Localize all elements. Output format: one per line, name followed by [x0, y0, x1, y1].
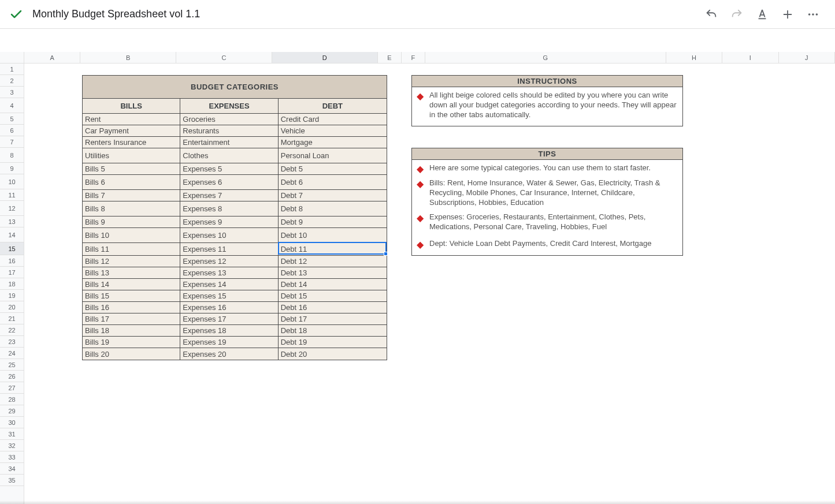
row-header-30[interactable]: 30 — [0, 417, 24, 428]
undo-button[interactable] — [700, 3, 723, 26]
row-header-29[interactable]: 29 — [0, 405, 24, 417]
budget-cell[interactable]: Expenses 15 — [180, 290, 278, 302]
budget-cell[interactable]: Bills 7 — [83, 190, 180, 201]
row-header-17[interactable]: 17 — [0, 267, 24, 278]
budget-cell[interactable]: Debt 18 — [279, 325, 387, 337]
row-header-3[interactable]: 3 — [0, 87, 24, 98]
budget-cell[interactable]: Expenses 13 — [180, 267, 278, 279]
column-header-D[interactable]: D — [272, 52, 378, 63]
row-header-19[interactable]: 19 — [0, 290, 24, 301]
budget-cell[interactable]: Expenses 8 — [180, 201, 278, 216]
row-header-12[interactable]: 12 — [0, 201, 24, 216]
budget-cell[interactable]: Debt 10 — [279, 228, 387, 243]
add-button[interactable] — [776, 3, 799, 26]
budget-cell[interactable]: Bills 19 — [83, 337, 180, 348]
row-header-1[interactable]: 1 — [0, 64, 24, 75]
grid-body[interactable]: BUDGET CATEGORIESBILLSEXPENSESDEBTRentGr… — [24, 64, 835, 504]
budget-cell[interactable]: Bills 14 — [83, 279, 180, 290]
budget-cell[interactable]: Debt 9 — [279, 216, 387, 228]
row-header-23[interactable]: 23 — [0, 336, 24, 348]
budget-cell[interactable]: Clothes — [180, 148, 278, 163]
text-format-button[interactable] — [751, 3, 774, 26]
budget-cell[interactable]: Renters Insurance — [83, 137, 180, 148]
budget-cell[interactable]: Bills 17 — [83, 313, 180, 325]
budget-cell[interactable]: Debt 19 — [279, 337, 387, 348]
budget-cell[interactable]: Expenses 10 — [180, 228, 278, 243]
row-header-24[interactable]: 24 — [0, 348, 24, 359]
budget-cell[interactable]: Expenses 6 — [180, 175, 278, 190]
budget-cell[interactable]: Bills 18 — [83, 325, 180, 337]
row-header-6[interactable]: 6 — [0, 125, 24, 136]
budget-cell[interactable]: Expenses 17 — [180, 313, 278, 325]
budget-cell[interactable]: Debt 16 — [279, 302, 387, 313]
budget-cell[interactable]: Expenses 16 — [180, 302, 278, 313]
budget-cell[interactable]: Bills 6 — [83, 175, 180, 190]
row-header-27[interactable]: 27 — [0, 382, 24, 394]
budget-cell[interactable]: Utilities — [83, 148, 180, 163]
budget-cell[interactable]: Debt 12 — [279, 256, 387, 267]
row-header-5[interactable]: 5 — [0, 113, 24, 125]
row-header-28[interactable]: 28 — [0, 394, 24, 405]
row-header-13[interactable]: 13 — [0, 216, 24, 227]
budget-cell[interactable]: Expenses 14 — [180, 279, 278, 290]
budget-cell[interactable]: Bills 12 — [83, 256, 180, 267]
row-header-14[interactable]: 14 — [0, 227, 24, 242]
row-header-9[interactable]: 9 — [0, 163, 24, 174]
row-header-31[interactable]: 31 — [0, 428, 24, 440]
budget-cell[interactable]: Debt 5 — [279, 163, 387, 175]
budget-cell[interactable]: Entertainment — [180, 137, 278, 148]
budget-cell[interactable]: Debt 6 — [279, 175, 387, 190]
budget-cell[interactable]: Debt 17 — [279, 313, 387, 325]
column-header-G[interactable]: G — [425, 52, 666, 63]
budget-cell[interactable]: Groceries — [180, 114, 278, 125]
row-header-7[interactable]: 7 — [0, 136, 24, 148]
column-header-C[interactable]: C — [176, 52, 272, 63]
row-header-35[interactable]: 35 — [0, 475, 24, 486]
column-header-J[interactable]: J — [779, 52, 835, 63]
row-header-32[interactable]: 32 — [0, 440, 24, 451]
row-header-21[interactable]: 21 — [0, 313, 24, 324]
budget-cell[interactable]: Debt 11 — [279, 243, 387, 256]
budget-cell[interactable]: Debt 13 — [279, 267, 387, 279]
column-header-I[interactable]: I — [722, 52, 778, 63]
budget-cell[interactable]: Expenses 11 — [180, 243, 278, 256]
budget-cell[interactable]: Mortgage — [279, 137, 387, 148]
budget-cell[interactable]: Expenses 7 — [180, 190, 278, 201]
row-header-4[interactable]: 4 — [0, 98, 24, 113]
budget-cell[interactable]: Expenses 5 — [180, 163, 278, 175]
more-options-button[interactable] — [801, 3, 825, 26]
redo-button[interactable] — [725, 3, 748, 26]
budget-cell[interactable]: Resturants — [180, 125, 278, 137]
row-header-22[interactable]: 22 — [0, 324, 24, 336]
row-header-16[interactable]: 16 — [0, 255, 24, 267]
budget-cell[interactable]: Rent — [83, 114, 180, 125]
column-header-B[interactable]: B — [80, 52, 176, 63]
budget-cell[interactable]: Bills 9 — [83, 216, 180, 228]
budget-cell[interactable]: Expenses 20 — [180, 348, 278, 360]
column-header-A[interactable]: A — [24, 52, 80, 63]
document-title[interactable]: Monthly Budget Spreadsheet vol 1.1 — [32, 8, 700, 20]
select-all-corner[interactable] — [0, 52, 24, 64]
budget-cell[interactable]: Debt 14 — [279, 279, 387, 290]
row-header-8[interactable]: 8 — [0, 148, 24, 163]
column-header-E[interactable]: E — [378, 52, 402, 63]
row-header-15[interactable]: 15 — [0, 242, 24, 255]
row-header-34[interactable]: 34 — [0, 463, 24, 475]
budget-cell[interactable]: Personal Loan — [279, 148, 387, 163]
budget-cell[interactable]: Bills 11 — [83, 243, 180, 256]
row-header-26[interactable]: 26 — [0, 371, 24, 382]
row-header-20[interactable]: 20 — [0, 301, 24, 313]
row-header-10[interactable]: 10 — [0, 174, 24, 189]
column-header-F[interactable]: F — [402, 52, 425, 63]
column-header-H[interactable]: H — [666, 52, 722, 63]
row-header-2[interactable]: 2 — [0, 75, 24, 87]
budget-cell[interactable]: Car Payment — [83, 125, 180, 137]
budget-cell[interactable]: Bills 16 — [83, 302, 180, 313]
budget-cell[interactable]: Bills 15 — [83, 290, 180, 302]
row-header-25[interactable]: 25 — [0, 359, 24, 371]
budget-cell[interactable]: Credit Card — [279, 114, 387, 125]
budget-cell[interactable]: Bills 8 — [83, 201, 180, 216]
budget-cell[interactable]: Debt 15 — [279, 290, 387, 302]
budget-cell[interactable]: Expenses 18 — [180, 325, 278, 337]
budget-cell[interactable]: Debt 20 — [279, 348, 387, 360]
